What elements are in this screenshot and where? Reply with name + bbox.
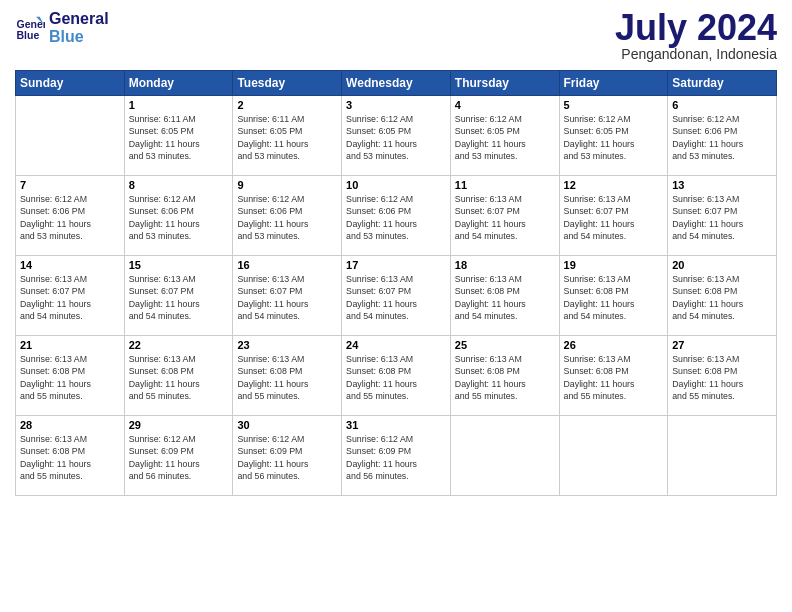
location-subtitle: Pengandonan, Indonesia	[615, 46, 777, 62]
calendar-cell: 21Sunrise: 6:13 AM Sunset: 6:08 PM Dayli…	[16, 336, 125, 416]
day-info: Sunrise: 6:13 AM Sunset: 6:07 PM Dayligh…	[346, 273, 446, 322]
day-number: 18	[455, 259, 555, 271]
day-info: Sunrise: 6:13 AM Sunset: 6:07 PM Dayligh…	[129, 273, 229, 322]
calendar-cell: 23Sunrise: 6:13 AM Sunset: 6:08 PM Dayli…	[233, 336, 342, 416]
logo: General Blue General Blue	[15, 10, 109, 45]
calendar-cell: 9Sunrise: 6:12 AM Sunset: 6:06 PM Daylig…	[233, 176, 342, 256]
day-number: 19	[564, 259, 664, 271]
calendar-week-3: 21Sunrise: 6:13 AM Sunset: 6:08 PM Dayli…	[16, 336, 777, 416]
day-number: 23	[237, 339, 337, 351]
calendar-cell: 27Sunrise: 6:13 AM Sunset: 6:08 PM Dayli…	[668, 336, 777, 416]
day-info: Sunrise: 6:12 AM Sunset: 6:06 PM Dayligh…	[129, 193, 229, 242]
day-info: Sunrise: 6:13 AM Sunset: 6:08 PM Dayligh…	[455, 353, 555, 402]
day-number: 17	[346, 259, 446, 271]
day-number: 11	[455, 179, 555, 191]
day-info: Sunrise: 6:13 AM Sunset: 6:08 PM Dayligh…	[20, 433, 120, 482]
calendar-cell: 1Sunrise: 6:11 AM Sunset: 6:05 PM Daylig…	[124, 96, 233, 176]
day-number: 8	[129, 179, 229, 191]
calendar-cell: 29Sunrise: 6:12 AM Sunset: 6:09 PM Dayli…	[124, 416, 233, 496]
calendar-header-row: SundayMondayTuesdayWednesdayThursdayFrid…	[16, 71, 777, 96]
day-info: Sunrise: 6:12 AM Sunset: 6:06 PM Dayligh…	[346, 193, 446, 242]
calendar-header-thursday: Thursday	[450, 71, 559, 96]
calendar-cell: 7Sunrise: 6:12 AM Sunset: 6:06 PM Daylig…	[16, 176, 125, 256]
day-number: 3	[346, 99, 446, 111]
day-number: 16	[237, 259, 337, 271]
header: General Blue General Blue July 2024 Peng…	[15, 10, 777, 62]
day-info: Sunrise: 6:13 AM Sunset: 6:08 PM Dayligh…	[129, 353, 229, 402]
day-number: 25	[455, 339, 555, 351]
calendar-week-4: 28Sunrise: 6:13 AM Sunset: 6:08 PM Dayli…	[16, 416, 777, 496]
calendar-cell: 6Sunrise: 6:12 AM Sunset: 6:06 PM Daylig…	[668, 96, 777, 176]
calendar-cell: 16Sunrise: 6:13 AM Sunset: 6:07 PM Dayli…	[233, 256, 342, 336]
calendar-cell: 5Sunrise: 6:12 AM Sunset: 6:05 PM Daylig…	[559, 96, 668, 176]
page: General Blue General Blue July 2024 Peng…	[0, 0, 792, 612]
calendar-cell: 19Sunrise: 6:13 AM Sunset: 6:08 PM Dayli…	[559, 256, 668, 336]
day-info: Sunrise: 6:11 AM Sunset: 6:05 PM Dayligh…	[237, 113, 337, 162]
day-number: 10	[346, 179, 446, 191]
title-block: July 2024 Pengandonan, Indonesia	[615, 10, 777, 62]
day-number: 12	[564, 179, 664, 191]
calendar-cell	[450, 416, 559, 496]
calendar-header-saturday: Saturday	[668, 71, 777, 96]
calendar-header-friday: Friday	[559, 71, 668, 96]
day-info: Sunrise: 6:11 AM Sunset: 6:05 PM Dayligh…	[129, 113, 229, 162]
day-info: Sunrise: 6:13 AM Sunset: 6:08 PM Dayligh…	[20, 353, 120, 402]
calendar-cell: 8Sunrise: 6:12 AM Sunset: 6:06 PM Daylig…	[124, 176, 233, 256]
day-number: 2	[237, 99, 337, 111]
logo-icon: General Blue	[15, 13, 45, 43]
calendar-cell	[559, 416, 668, 496]
day-info: Sunrise: 6:12 AM Sunset: 6:09 PM Dayligh…	[346, 433, 446, 482]
day-number: 30	[237, 419, 337, 431]
calendar-week-2: 14Sunrise: 6:13 AM Sunset: 6:07 PM Dayli…	[16, 256, 777, 336]
calendar-cell: 31Sunrise: 6:12 AM Sunset: 6:09 PM Dayli…	[342, 416, 451, 496]
day-number: 28	[20, 419, 120, 431]
day-info: Sunrise: 6:12 AM Sunset: 6:05 PM Dayligh…	[346, 113, 446, 162]
day-number: 29	[129, 419, 229, 431]
day-number: 27	[672, 339, 772, 351]
calendar-cell: 2Sunrise: 6:11 AM Sunset: 6:05 PM Daylig…	[233, 96, 342, 176]
logo-line1: General	[49, 10, 109, 28]
calendar-cell: 11Sunrise: 6:13 AM Sunset: 6:07 PM Dayli…	[450, 176, 559, 256]
day-info: Sunrise: 6:13 AM Sunset: 6:07 PM Dayligh…	[672, 193, 772, 242]
day-info: Sunrise: 6:13 AM Sunset: 6:07 PM Dayligh…	[564, 193, 664, 242]
calendar-header-monday: Monday	[124, 71, 233, 96]
day-number: 7	[20, 179, 120, 191]
calendar-header-wednesday: Wednesday	[342, 71, 451, 96]
day-number: 1	[129, 99, 229, 111]
day-number: 9	[237, 179, 337, 191]
calendar-cell: 10Sunrise: 6:12 AM Sunset: 6:06 PM Dayli…	[342, 176, 451, 256]
day-number: 4	[455, 99, 555, 111]
day-number: 15	[129, 259, 229, 271]
day-info: Sunrise: 6:13 AM Sunset: 6:07 PM Dayligh…	[20, 273, 120, 322]
day-info: Sunrise: 6:13 AM Sunset: 6:08 PM Dayligh…	[672, 353, 772, 402]
calendar-cell: 30Sunrise: 6:12 AM Sunset: 6:09 PM Dayli…	[233, 416, 342, 496]
day-number: 13	[672, 179, 772, 191]
day-number: 6	[672, 99, 772, 111]
day-info: Sunrise: 6:12 AM Sunset: 6:06 PM Dayligh…	[237, 193, 337, 242]
calendar-cell: 25Sunrise: 6:13 AM Sunset: 6:08 PM Dayli…	[450, 336, 559, 416]
day-number: 24	[346, 339, 446, 351]
day-info: Sunrise: 6:13 AM Sunset: 6:08 PM Dayligh…	[564, 353, 664, 402]
day-number: 14	[20, 259, 120, 271]
day-info: Sunrise: 6:13 AM Sunset: 6:07 PM Dayligh…	[237, 273, 337, 322]
day-number: 31	[346, 419, 446, 431]
calendar-cell: 13Sunrise: 6:13 AM Sunset: 6:07 PM Dayli…	[668, 176, 777, 256]
calendar-cell: 18Sunrise: 6:13 AM Sunset: 6:08 PM Dayli…	[450, 256, 559, 336]
day-info: Sunrise: 6:13 AM Sunset: 6:08 PM Dayligh…	[455, 273, 555, 322]
day-number: 22	[129, 339, 229, 351]
calendar-cell: 24Sunrise: 6:13 AM Sunset: 6:08 PM Dayli…	[342, 336, 451, 416]
day-info: Sunrise: 6:13 AM Sunset: 6:08 PM Dayligh…	[672, 273, 772, 322]
calendar-cell: 20Sunrise: 6:13 AM Sunset: 6:08 PM Dayli…	[668, 256, 777, 336]
day-info: Sunrise: 6:12 AM Sunset: 6:05 PM Dayligh…	[455, 113, 555, 162]
day-info: Sunrise: 6:13 AM Sunset: 6:08 PM Dayligh…	[346, 353, 446, 402]
day-info: Sunrise: 6:13 AM Sunset: 6:07 PM Dayligh…	[455, 193, 555, 242]
day-info: Sunrise: 6:12 AM Sunset: 6:05 PM Dayligh…	[564, 113, 664, 162]
day-number: 26	[564, 339, 664, 351]
calendar-table: SundayMondayTuesdayWednesdayThursdayFrid…	[15, 70, 777, 496]
calendar-cell: 3Sunrise: 6:12 AM Sunset: 6:05 PM Daylig…	[342, 96, 451, 176]
calendar-cell: 15Sunrise: 6:13 AM Sunset: 6:07 PM Dayli…	[124, 256, 233, 336]
calendar-cell: 26Sunrise: 6:13 AM Sunset: 6:08 PM Dayli…	[559, 336, 668, 416]
day-info: Sunrise: 6:12 AM Sunset: 6:09 PM Dayligh…	[129, 433, 229, 482]
day-number: 20	[672, 259, 772, 271]
day-info: Sunrise: 6:13 AM Sunset: 6:08 PM Dayligh…	[237, 353, 337, 402]
